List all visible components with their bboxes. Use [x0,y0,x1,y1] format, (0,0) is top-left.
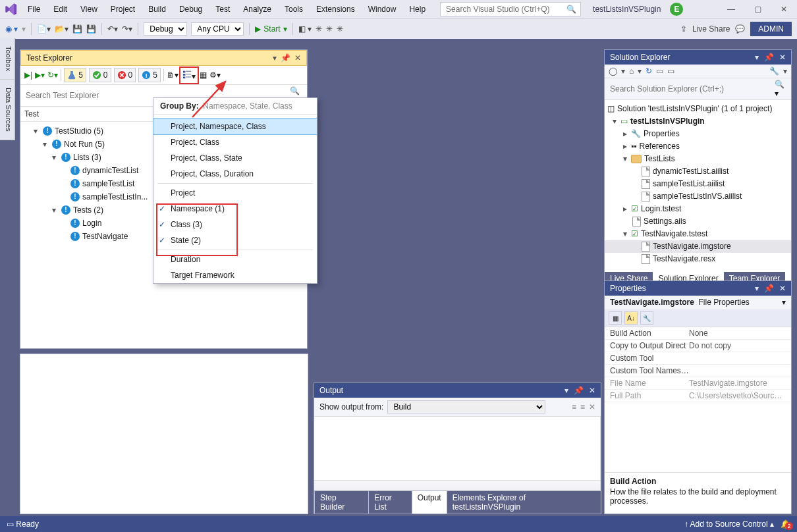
nav-back-icon[interactable]: ◉ ▾ [5,24,18,34]
groupby-option-checked[interactable]: Namespace (1) [153,201,317,217]
output-action-icon[interactable]: ≡ [580,402,585,412]
close-icon[interactable]: ✕ [589,386,595,395]
groupby-preset[interactable]: Project, Class [153,134,317,150]
source-control-button[interactable]: ↑ Add to Source Control ▴ [684,519,774,529]
columns-icon[interactable]: ▦ [200,70,207,80]
file-node[interactable]: TestNavigate.resx [605,253,791,265]
notifications-icon[interactable]: 🔔2 [781,519,790,529]
nav-fwd-icon[interactable]: ▾ [22,24,26,34]
dropdown-icon[interactable]: ▾ [273,53,277,63]
live-share-button[interactable]: Live Share [692,24,730,34]
global-search-input[interactable] [445,4,566,14]
solution-search[interactable]: 🔍▾ [605,78,791,100]
references-node[interactable]: ▸▪▪References [605,140,791,153]
file-node[interactable]: dynamicTestList.aiilist [605,165,791,178]
menu-tools[interactable]: Tools [279,3,308,15]
gear-icon-3[interactable]: ✳ [337,24,343,34]
dropdown-icon[interactable]: ▾ [755,53,759,62]
file-node[interactable]: sampleTestList.aiilist [605,178,791,190]
groupby-option[interactable]: Duration [153,252,317,267]
total-tests-pill[interactable]: 5 [64,68,86,82]
pin-icon[interactable]: 📌 [764,53,774,62]
config-select[interactable]: Debug [144,22,187,36]
categorize-icon[interactable]: ▦ [609,311,622,325]
platform-select[interactable]: Any CPU [191,22,244,36]
user-avatar[interactable]: E [670,3,683,16]
output-body[interactable] [314,417,601,491]
pin-icon[interactable]: 📌 [281,53,290,63]
prop-row[interactable]: Build ActionNone [605,327,791,340]
menu-window[interactable]: Window [363,3,402,15]
repeat-icon[interactable]: ↻▾ [47,70,58,80]
open-icon[interactable]: 📂▾ [55,24,69,34]
dropdown-icon[interactable]: ▾ [564,386,568,395]
gear-icon-2[interactable]: ✳ [326,24,333,34]
output-clear-icon[interactable]: ✕ [589,402,595,412]
maximize-icon[interactable]: ▢ [748,5,767,14]
minimize-icon[interactable]: — [722,5,740,14]
menu-help[interactable]: Help [404,3,431,15]
menu-analyze[interactable]: Analyze [238,3,277,15]
file-node[interactable]: sampleTestListInVS.aiilist [605,190,791,203]
pass-pill[interactable]: 0 [89,68,111,82]
toolbox-tab[interactable]: Toolbox [0,38,14,80]
groupby-preset[interactable]: Project, Class, State [153,150,317,166]
groupby-option[interactable]: Target Framework [153,267,317,283]
solution-node[interactable]: ◫Solution 'testListsInVSPlugin' (1 of 1 … [605,103,791,115]
data-sources-tab[interactable]: Data Sources [0,80,14,140]
groupby-option-checked[interactable]: State (2) [153,232,317,248]
new-item-icon[interactable]: 📄▾ [37,24,51,34]
groupby-option-checked[interactable]: Class (3) [153,217,317,232]
sync-icon[interactable]: ↻ [646,66,652,76]
toolbar-extra-icon[interactable]: ◧ ▾ [298,24,312,34]
home-icon[interactable]: ⌂ [629,66,634,76]
prop-row[interactable]: Copy to Output DirectDo not copy [605,340,791,352]
close-icon[interactable]: ✕ [779,53,786,62]
file-node[interactable]: ▾☑TestNavigate.tstest [605,228,791,240]
output-source-select[interactable]: Build [387,400,545,413]
filter-icon[interactable]: ▭ [656,66,663,76]
file-node[interactable]: ▸☑Login.tstest [605,203,791,215]
file-node[interactable]: TestNavigate.imgstore [605,240,791,253]
undo-icon[interactable]: ↶▾ [107,24,118,34]
prop-row[interactable]: Custom Tool Namespa [605,365,791,377]
groupby-option[interactable]: Project [153,185,317,201]
properties-node[interactable]: ▸🔧Properties [605,128,791,140]
menu-build[interactable]: Build [143,3,171,15]
group-by-button[interactable]: ▾ [181,68,197,82]
properties-subject[interactable]: TestNavigate.imgstore File Properties ▾ [605,296,791,309]
tab-error-list[interactable]: Error List [368,491,412,514]
not-run-pill[interactable]: ! 5 [138,68,161,82]
global-search[interactable]: 🔍 [440,2,581,16]
menu-edit[interactable]: Edit [48,3,72,15]
menu-extensions[interactable]: Extensions [311,3,360,15]
gear-icon[interactable]: ✳ [316,24,322,34]
solution-search-input[interactable] [609,84,775,94]
menu-test[interactable]: Test [210,3,235,15]
fail-pill[interactable]: 0 [114,68,136,82]
tab-step-builder[interactable]: Step Builder [314,491,369,514]
pin-icon[interactable]: 📌 [574,386,584,395]
live-share-icon[interactable]: ⇪ [680,24,687,34]
save-icon[interactable]: 💾 [72,24,82,34]
wrench-icon[interactable]: 🔧 [640,311,653,325]
groupby-preset[interactable]: Project, Namespace, Class [153,118,317,135]
run-icon[interactable]: ▶▾ [35,70,45,80]
menu-project[interactable]: Project [105,3,140,15]
save-all-icon[interactable]: 💾 [86,24,96,34]
run-all-icon[interactable]: ▶| [24,70,32,80]
output-action-icon[interactable]: ≡ [572,402,576,412]
menu-debug[interactable]: Debug [174,3,207,15]
dropdown-icon[interactable]: ▾ [755,284,759,293]
groupby-preset[interactable]: Project, Class, Duration [153,166,317,182]
menu-file[interactable]: File [22,3,45,15]
show-all-icon[interactable]: ▭ [667,66,674,76]
settings-icon[interactable]: ⚙▾ [209,70,221,80]
redo-icon[interactable]: ↷▾ [122,24,132,34]
folder-node[interactable]: ▾TestLists [605,153,791,165]
back-icon[interactable]: ◯ [609,66,617,76]
close-icon[interactable]: ✕ [294,53,301,63]
feedback-icon[interactable]: 💬 [735,24,745,34]
project-node[interactable]: ▾▭testListsInVSPlugin [605,115,791,128]
close-icon[interactable]: ✕ [775,5,793,14]
